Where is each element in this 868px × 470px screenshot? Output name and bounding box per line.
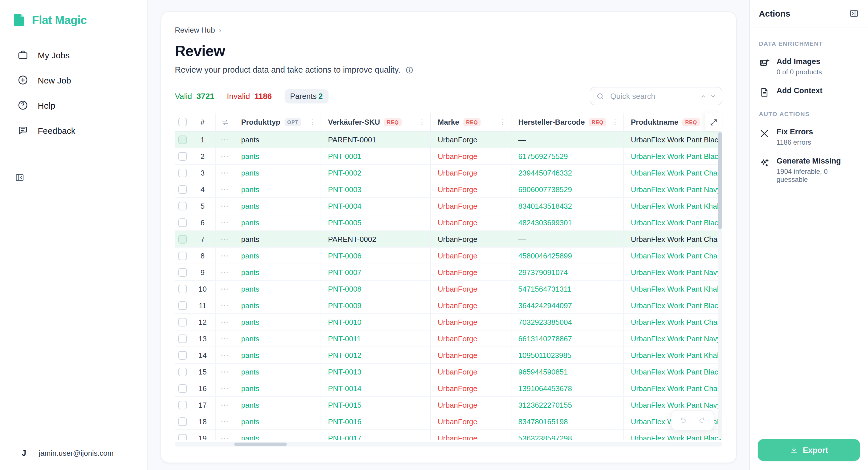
row-menu-button[interactable]: ⋯ bbox=[216, 264, 234, 280]
cell-produkttyp[interactable]: pants bbox=[234, 314, 321, 330]
table-row[interactable]: 7 ⋯ pants PARENT-0002 UrbanForge — Urban… bbox=[175, 231, 722, 247]
cell-marke[interactable]: UrbanForge bbox=[431, 430, 512, 440]
cell-verkaeufer-sku[interactable]: PNT-0010 bbox=[321, 314, 431, 330]
chevron-up-icon[interactable] bbox=[700, 93, 706, 99]
cell-produktname[interactable]: UrbanFlex Work Pant Khak bbox=[624, 347, 722, 363]
row-checkbox[interactable] bbox=[178, 152, 187, 160]
cell-produkttyp[interactable]: pants bbox=[234, 247, 321, 264]
column-header[interactable]: Produkttyp OPT ⋮ bbox=[234, 113, 321, 131]
cell-verkaeufer-sku[interactable]: PNT-0002 bbox=[321, 165, 431, 181]
table-row[interactable]: 8 ⋯ pants PNT-0006 UrbanForge 4580046425… bbox=[175, 247, 722, 264]
cell-produkttyp[interactable]: pants bbox=[234, 281, 321, 297]
table-row[interactable]: 2 ⋯ pants PNT-0001 UrbanForge 6175692755… bbox=[175, 148, 722, 165]
cell-produkttyp[interactable]: pants bbox=[234, 430, 321, 440]
row-menu-button[interactable]: ⋯ bbox=[216, 281, 234, 297]
row-checkbox[interactable] bbox=[178, 401, 187, 409]
cell-produkttyp[interactable]: pants bbox=[234, 330, 321, 347]
row-checkbox[interactable] bbox=[178, 417, 187, 426]
table-row[interactable]: 13 ⋯ pants PNT-0011 UrbanForge 661314027… bbox=[175, 330, 722, 347]
row-checkbox[interactable] bbox=[178, 235, 187, 243]
table-row[interactable]: 12 ⋯ pants PNT-0010 UrbanForge 703292338… bbox=[175, 314, 722, 330]
row-menu-button[interactable]: ⋯ bbox=[216, 181, 234, 197]
cell-produkttyp[interactable]: pants bbox=[234, 198, 321, 214]
row-menu-button[interactable]: ⋯ bbox=[216, 198, 234, 214]
cell-produktname[interactable]: UrbanFlex Work Pant Khak bbox=[624, 281, 722, 297]
cell-produktname[interactable]: UrbanFlex Work Pant Khak bbox=[624, 198, 722, 214]
cell-marke[interactable]: UrbanForge bbox=[431, 231, 512, 247]
cell-hersteller-barcode[interactable]: 6613140278867 bbox=[512, 330, 624, 347]
vertical-scrollbar-thumb[interactable] bbox=[718, 132, 722, 229]
row-checkbox[interactable] bbox=[178, 168, 187, 177]
panel-collapse-icon[interactable] bbox=[849, 8, 859, 18]
column-menu-icon[interactable]: ⋮ bbox=[418, 118, 426, 126]
horizontal-scrollbar[interactable] bbox=[175, 442, 722, 446]
cell-marke[interactable]: UrbanForge bbox=[431, 364, 512, 380]
horizontal-scrollbar-thumb[interactable] bbox=[234, 443, 287, 446]
app-logo[interactable]: Flat Magic bbox=[0, 0, 148, 35]
cell-marke[interactable]: UrbanForge bbox=[431, 181, 512, 197]
cell-verkaeufer-sku[interactable]: PARENT-0002 bbox=[321, 231, 431, 247]
cell-hersteller-barcode[interactable]: — bbox=[512, 131, 624, 148]
sidebar-collapse-button[interactable] bbox=[15, 173, 25, 182]
cell-produktname[interactable]: UrbanFlex Work Pant Black bbox=[624, 148, 722, 164]
cell-marke[interactable]: UrbanForge bbox=[431, 413, 512, 430]
cell-marke[interactable]: UrbanForge bbox=[431, 148, 512, 164]
row-checkbox[interactable] bbox=[178, 368, 187, 376]
cell-produktname[interactable]: UrbanFlex Work Pant Char bbox=[624, 165, 722, 181]
cell-hersteller-barcode[interactable]: 1391064453678 bbox=[512, 380, 624, 396]
row-checkbox[interactable] bbox=[178, 251, 187, 260]
table-row[interactable]: 6 ⋯ pants PNT-0005 UrbanForge 4824303699… bbox=[175, 214, 722, 231]
cell-produkttyp[interactable]: pants bbox=[234, 148, 321, 164]
user-info[interactable]: J jamin.user@ijonis.com bbox=[0, 438, 148, 470]
row-checkbox[interactable] bbox=[178, 334, 187, 343]
cell-verkaeufer-sku[interactable]: PNT-0014 bbox=[321, 380, 431, 396]
cell-produktname[interactable]: UrbanFlex Work Pant Navy bbox=[624, 181, 722, 197]
table-row[interactable]: 15 ⋯ pants PNT-0013 UrbanForge 965944590… bbox=[175, 364, 722, 380]
table-row[interactable]: 17 ⋯ pants PNT-0015 UrbanForge 312362227… bbox=[175, 397, 722, 413]
row-menu-button[interactable]: ⋯ bbox=[216, 297, 234, 313]
row-checkbox[interactable] bbox=[178, 135, 187, 144]
cell-produktname[interactable]: UrbanFlex Work Pant Black bbox=[624, 131, 722, 148]
vertical-scrollbar[interactable] bbox=[718, 131, 722, 439]
cell-hersteller-barcode[interactable]: 2394450746332 bbox=[512, 165, 624, 181]
cell-hersteller-barcode[interactable]: 5363238597298 bbox=[512, 430, 624, 440]
export-button[interactable]: Export bbox=[758, 439, 860, 461]
cell-produktname[interactable]: UrbanFlex Work Pant Char bbox=[624, 314, 722, 330]
chevron-down-icon[interactable] bbox=[710, 93, 716, 99]
cell-hersteller-barcode[interactable]: 5471564731311 bbox=[512, 281, 624, 297]
action-add-images[interactable]: Add Images 0 of 0 products bbox=[759, 57, 859, 76]
table-row[interactable]: 14 ⋯ pants PNT-0012 UrbanForge 109501102… bbox=[175, 347, 722, 364]
cell-produktname[interactable]: UrbanFlex Work Pant Black bbox=[624, 430, 722, 440]
cell-hersteller-barcode[interactable]: 7032923385004 bbox=[512, 314, 624, 330]
cell-produkttyp[interactable]: pants bbox=[234, 181, 321, 197]
cell-verkaeufer-sku[interactable]: PNT-0007 bbox=[321, 264, 431, 280]
cell-hersteller-barcode[interactable]: 3123622270155 bbox=[512, 397, 624, 413]
column-menu-icon[interactable]: ⋮ bbox=[612, 118, 619, 126]
cell-verkaeufer-sku[interactable]: PNT-0005 bbox=[321, 214, 431, 230]
row-checkbox[interactable] bbox=[178, 285, 187, 293]
cell-hersteller-barcode[interactable]: 297379091074 bbox=[512, 264, 624, 280]
sidebar-item-new-job[interactable]: New Job bbox=[0, 67, 148, 93]
action-fix-errors[interactable]: Fix Errors 1186 errors bbox=[759, 127, 859, 146]
breadcrumb-link[interactable]: Review Hub bbox=[175, 26, 215, 34]
cell-marke[interactable]: UrbanForge bbox=[431, 131, 512, 148]
info-icon[interactable] bbox=[405, 65, 413, 74]
table-row[interactable]: 11 ⋯ pants PNT-0009 UrbanForge 364424294… bbox=[175, 297, 722, 314]
table-row[interactable]: 9 ⋯ pants PNT-0007 UrbanForge 2973790910… bbox=[175, 264, 722, 281]
row-checkbox[interactable] bbox=[178, 384, 187, 392]
cell-verkaeufer-sku[interactable]: PNT-0015 bbox=[321, 397, 431, 413]
row-menu-button[interactable]: ⋯ bbox=[216, 231, 234, 247]
cell-hersteller-barcode[interactable]: 965944590851 bbox=[512, 364, 624, 380]
row-menu-button[interactable]: ⋯ bbox=[216, 364, 234, 380]
select-all-checkbox[interactable] bbox=[178, 118, 187, 126]
cell-produkttyp[interactable]: pants bbox=[234, 413, 321, 430]
table-row[interactable]: 1 ⋯ pants PARENT-0001 UrbanForge — Urban… bbox=[175, 131, 722, 148]
table-row[interactable]: 4 ⋯ pants PNT-0003 UrbanForge 6906007738… bbox=[175, 181, 722, 198]
cell-produktname[interactable]: UrbanFlex Work Pant Navy bbox=[624, 330, 722, 347]
cell-produkttyp[interactable]: pants bbox=[234, 397, 321, 413]
action-generate-missing[interactable]: Generate Missing 1904 inferable, 0 guess… bbox=[759, 157, 859, 183]
cell-produkttyp[interactable]: pants bbox=[234, 214, 321, 230]
cell-verkaeufer-sku[interactable]: PNT-0013 bbox=[321, 364, 431, 380]
row-checkbox[interactable] bbox=[178, 351, 187, 359]
cell-verkaeufer-sku[interactable]: PNT-0001 bbox=[321, 148, 431, 164]
